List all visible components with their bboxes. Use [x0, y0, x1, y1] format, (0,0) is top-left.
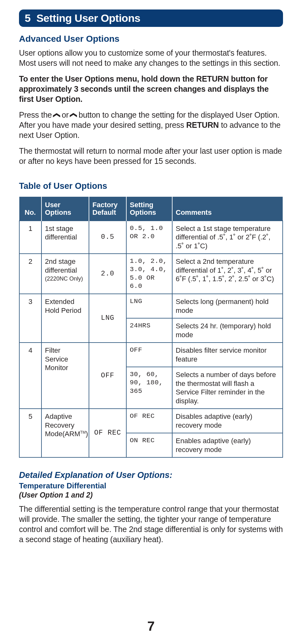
cell-setting: 24HRS — [126, 318, 172, 343]
cell-setting: OFF — [126, 343, 172, 367]
cell-default: 2.0 — [89, 254, 126, 294]
detail-body: The differential setting is the temperat… — [19, 504, 283, 544]
cell-option-note: (2220NC Only) — [45, 275, 85, 282]
cell-no: 4 — [19, 343, 41, 409]
detail-note: (User Option 1 and 2) — [19, 491, 283, 499]
advanced-p4: The thermostat will return to normal mod… — [19, 146, 283, 166]
cell-setting: ON REC — [126, 433, 172, 457]
cell-default: OFF — [89, 343, 126, 409]
cell-setting: 1.0, 2.0, 3.0, 4.0, 5.0 OR 6.0 — [126, 254, 172, 294]
user-options-table: No. User Options Factory Default Setting… — [19, 197, 283, 458]
advanced-p3: Press the ❮ or ❯ button to change the se… — [19, 110, 283, 140]
table-heading: Table of User Options — [19, 181, 283, 191]
table-row: 5Adaptive Recovery Mode(ARMTM)OF RECOF R… — [19, 409, 283, 433]
advanced-p2-instructions: To enter the User Options menu, hold dow… — [19, 74, 283, 104]
detail-heading: Detailed Explanation of User Options: — [19, 470, 283, 480]
cell-no: 2 — [19, 254, 41, 294]
cell-setting: OF REC — [126, 409, 172, 433]
table-row: 11st stage differential0.50.5, 1.0 OR 2.… — [19, 221, 283, 254]
cell-no: 5 — [19, 409, 41, 457]
cell-setting: LNG — [126, 294, 172, 318]
table-row: 22nd stage differential(2220NC Only)2.01… — [19, 254, 283, 294]
table-row: 4Filter Service MonitorOFFOFFDisables fi… — [19, 343, 283, 367]
cell-comment: Select a 2nd temperature differential of… — [172, 254, 283, 294]
cell-comment: Enables adaptive (early) recovery mode — [172, 433, 283, 457]
cell-comment: Selects a number of days before the ther… — [172, 367, 283, 409]
th-factory-default: Factory Default — [89, 197, 126, 220]
cell-setting: 30, 60, 90, 180, 365 — [126, 367, 172, 409]
cell-comment: Select a 1st stage temperature different… — [172, 221, 283, 254]
up-arrow-icon: ❮ — [52, 112, 61, 118]
th-comments: Comments — [172, 197, 283, 220]
cell-option: 1st stage differential — [41, 221, 89, 254]
page-number: 7 — [0, 619, 302, 634]
advanced-heading: Advanced User Options — [19, 34, 283, 44]
th-user-options: User Options — [41, 197, 89, 220]
down-arrow-icon: ❯ — [69, 112, 78, 118]
section-header-bar: 5 Setting User Options — [19, 9, 283, 27]
cell-setting: 0.5, 1.0 OR 2.0 — [126, 221, 172, 254]
cell-comment: Disables filter service monitor feature — [172, 343, 283, 367]
cell-no: 1 — [19, 221, 41, 254]
cell-default: LNG — [89, 294, 126, 343]
table-header-row: No. User Options Factory Default Setting… — [19, 197, 283, 220]
advanced-p1: User options allow you to customize some… — [19, 48, 283, 68]
p3-text-a: Press the — [19, 110, 54, 119]
cell-no: 3 — [19, 294, 41, 343]
cell-option: Extended Hold Period — [41, 294, 89, 343]
cell-default: OF REC — [89, 409, 126, 457]
th-setting-options: Setting Options — [126, 197, 172, 220]
table-row: 3Extended Hold PeriodLNGLNGSelects long … — [19, 294, 283, 318]
cell-comment: Disables adaptive (early) recovery mode — [172, 409, 283, 433]
section-number: 5 — [25, 12, 31, 24]
cell-option: Filter Service Monitor — [41, 343, 89, 409]
cell-comment: Selects 24 hr. (temporary) hold mode — [172, 318, 283, 343]
cell-comment: Selects long (permanent) hold mode — [172, 294, 283, 318]
cell-option: 2nd stage differential(2220NC Only) — [41, 254, 89, 294]
detail-subheading: Temperature Differential — [19, 481, 283, 490]
return-label: RETURN — [186, 121, 219, 129]
cell-default: 0.5 — [89, 221, 126, 254]
section-title: Setting User Options — [36, 12, 140, 24]
cell-option: Adaptive Recovery Mode(ARMTM) — [41, 409, 89, 457]
th-no: No. — [19, 197, 41, 220]
